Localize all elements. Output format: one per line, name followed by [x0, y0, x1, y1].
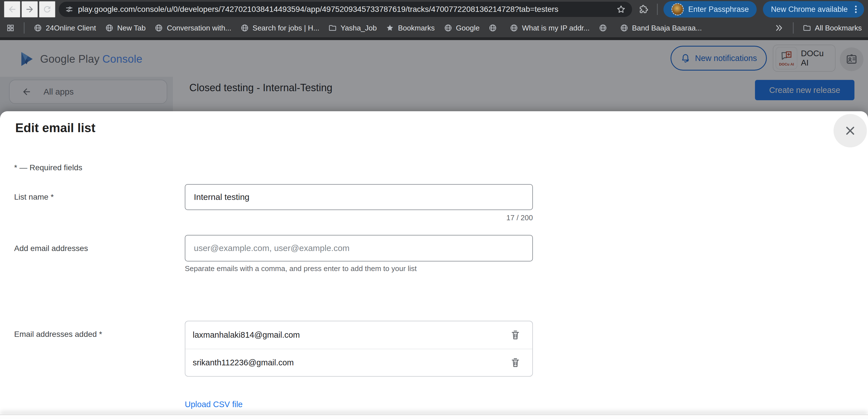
bookmark-label: Yasha_Job	[340, 24, 377, 32]
new-chrome-available-button[interactable]: New Chrome available	[763, 1, 864, 18]
browser-menu-icon[interactable]	[852, 4, 860, 14]
dialog-footer-edge	[0, 415, 868, 419]
sync-avatar	[671, 3, 684, 15]
folder-icon	[328, 24, 337, 32]
email-helper-text: Separate emails with a comma, and press …	[185, 264, 417, 273]
star-icon	[386, 24, 394, 32]
bookmarks-overflow-icon[interactable]	[774, 23, 784, 33]
bookmark-item[interactable]: 24Online Client	[34, 24, 96, 32]
bookmark-item[interactable]: Bookmarks	[386, 24, 435, 32]
globe-icon	[34, 24, 42, 32]
list-name-input[interactable]	[185, 184, 533, 210]
chrome-bottom-strip	[0, 37, 868, 40]
all-bookmarks-button[interactable]: All Bookmarks	[803, 24, 862, 32]
folder-icon	[803, 24, 811, 32]
enter-passphrase-label: Enter Passphrase	[688, 5, 749, 14]
globe-icon	[620, 24, 628, 32]
globe-icon	[489, 24, 497, 32]
all-bookmarks-label: All Bookmarks	[815, 24, 862, 32]
character-counter: 17 / 200	[185, 214, 533, 222]
back-button[interactable]	[4, 1, 20, 18]
back-arrow-icon	[7, 4, 17, 14]
globe-icon	[599, 24, 607, 32]
list-name-label: List name *	[14, 193, 54, 202]
add-email-addresses-label: Add email addresses	[14, 244, 88, 253]
bookmark-item[interactable]	[489, 24, 501, 32]
bookmark-label: Search for jobs | H...	[253, 24, 319, 32]
globe-icon	[155, 24, 163, 32]
add-email-addresses-input[interactable]	[185, 235, 533, 261]
delete-email-button[interactable]	[508, 355, 523, 370]
reload-icon	[42, 4, 52, 14]
browser-toolbar: play.google.com/console/u/0/developers/7…	[0, 0, 868, 19]
trash-icon	[510, 329, 521, 341]
email-address: srikanth112236@gmail.com	[193, 358, 508, 367]
new-chrome-label: New Chrome available	[771, 5, 848, 14]
email-addresses-added-label: Email addresses added *	[14, 330, 102, 339]
forward-button[interactable]	[22, 1, 38, 18]
bookmark-label: New Tab	[117, 24, 146, 32]
delete-email-button[interactable]	[508, 328, 523, 343]
dialog-title: Edit email list	[15, 121, 95, 135]
bookmark-item[interactable]: New Tab	[105, 24, 146, 32]
bookmark-item[interactable]: Search for jobs | H...	[241, 24, 319, 32]
forward-arrow-icon	[25, 4, 34, 14]
globe-icon	[241, 24, 249, 32]
globe-icon	[444, 24, 453, 32]
browser-window: play.google.com/console/u/0/developers/7…	[0, 0, 868, 419]
close-icon	[844, 125, 857, 137]
bookmark-item[interactable]: Band Baaja Baaraa...	[620, 24, 702, 32]
bookmark-label: Band Baaja Baaraa...	[632, 24, 702, 32]
trash-icon	[510, 357, 521, 369]
added-emails-list: laxmanhalaki814@gmail.com srikanth112236…	[185, 321, 533, 377]
close-dialog-button[interactable]	[834, 114, 867, 148]
extensions-icon[interactable]	[638, 4, 648, 14]
email-list-item: srikanth112236@gmail.com	[185, 349, 532, 376]
toolbar-divider	[657, 4, 658, 15]
required-fields-note: * — Required fields	[14, 163, 82, 172]
reload-button[interactable]	[39, 1, 55, 18]
bookmark-label: 24Online Client	[46, 24, 96, 32]
email-list-item: laxmanhalaki814@gmail.com	[185, 321, 532, 349]
bookmark-item[interactable]: Google	[444, 24, 480, 32]
bookmarks-divider	[24, 22, 25, 34]
upload-csv-link[interactable]: Upload CSV file	[185, 400, 243, 409]
edit-email-list-dialog: Edit email list * — Required fields List…	[0, 111, 868, 419]
globe-icon	[105, 24, 114, 32]
email-address: laxmanhalaki814@gmail.com	[193, 330, 508, 340]
bookmark-item[interactable]: Yasha_Job	[328, 24, 377, 32]
globe-icon	[510, 24, 518, 32]
bookmark-item[interactable]: What is my IP addr...	[510, 24, 589, 32]
bookmark-label: Bookmarks	[398, 24, 435, 32]
bookmarks-divider-2	[793, 22, 794, 34]
site-settings-icon[interactable]	[65, 5, 73, 13]
url-text[interactable]: play.google.com/console/u/0/developers/7…	[78, 5, 612, 14]
bookmark-label: Conversation with...	[167, 24, 231, 32]
bookmark-item[interactable]	[599, 24, 611, 32]
bookmark-star-icon[interactable]	[616, 4, 626, 14]
bookmark-label: What is my IP addr...	[522, 24, 589, 32]
bookmark-item[interactable]: Conversation with...	[155, 24, 231, 32]
apps-grid-icon[interactable]	[6, 24, 15, 32]
bookmarks-bar: 24Online Client New Tab Conversation wit…	[0, 19, 868, 37]
bookmark-label: Google	[456, 24, 480, 32]
enter-passphrase-button[interactable]: Enter Passphrase	[663, 1, 757, 18]
address-bar[interactable]: play.google.com/console/u/0/developers/7…	[59, 2, 632, 17]
